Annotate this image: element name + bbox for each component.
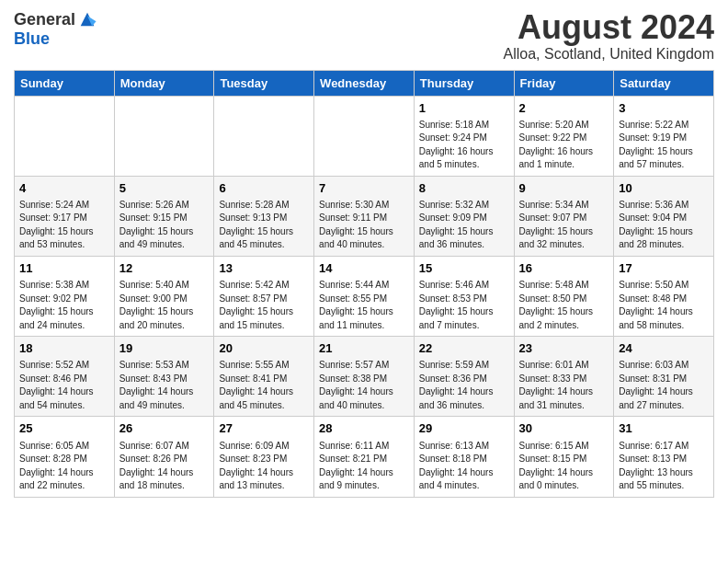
- day-info: Sunrise: 5:57 AM Sunset: 8:38 PM Dayligh…: [319, 359, 409, 412]
- day-info: Sunrise: 6:17 AM Sunset: 8:13 PM Dayligh…: [619, 440, 709, 493]
- day-info: Sunrise: 5:36 AM Sunset: 9:04 PM Dayligh…: [619, 199, 709, 252]
- day-info: Sunrise: 5:32 AM Sunset: 9:09 PM Dayligh…: [419, 199, 509, 252]
- day-info: Sunrise: 5:44 AM Sunset: 8:55 PM Dayligh…: [319, 279, 409, 332]
- day-info: Sunrise: 5:30 AM Sunset: 9:11 PM Dayligh…: [319, 199, 409, 252]
- day-number: 7: [319, 180, 409, 197]
- day-info: Sunrise: 5:46 AM Sunset: 8:53 PM Dayligh…: [419, 279, 509, 332]
- calendar-cell: 20Sunrise: 5:55 AM Sunset: 8:41 PM Dayli…: [214, 337, 314, 417]
- calendar-cell: 24Sunrise: 6:03 AM Sunset: 8:31 PM Dayli…: [614, 337, 714, 417]
- day-info: Sunrise: 6:03 AM Sunset: 8:31 PM Dayligh…: [619, 359, 709, 412]
- day-number: 3: [619, 100, 709, 117]
- day-info: Sunrise: 5:24 AM Sunset: 9:17 PM Dayligh…: [19, 199, 109, 252]
- logo-general-text: General: [14, 10, 75, 29]
- calendar-cell: 4Sunrise: 5:24 AM Sunset: 9:17 PM Daylig…: [15, 176, 115, 256]
- calendar-week-4: 18Sunrise: 5:52 AM Sunset: 8:46 PM Dayli…: [15, 337, 714, 417]
- calendar-cell: 16Sunrise: 5:48 AM Sunset: 8:50 PM Dayli…: [514, 256, 614, 336]
- day-number: 30: [519, 420, 609, 437]
- calendar-cell: 25Sunrise: 6:05 AM Sunset: 8:28 PM Dayli…: [15, 417, 115, 497]
- calendar-cell: 7Sunrise: 5:30 AM Sunset: 9:11 PM Daylig…: [314, 176, 415, 256]
- calendar-cell: 21Sunrise: 5:57 AM Sunset: 8:38 PM Dayli…: [314, 337, 415, 417]
- logo-blue-text: Blue: [14, 29, 50, 49]
- page-header: General Blue August 2024 Alloa, Scotland…: [14, 9, 714, 63]
- logo-icon: [77, 9, 97, 29]
- calendar-cell: 31Sunrise: 6:17 AM Sunset: 8:13 PM Dayli…: [614, 417, 714, 497]
- calendar-cell: 13Sunrise: 5:42 AM Sunset: 8:57 PM Dayli…: [214, 256, 314, 336]
- title-section: August 2024 Alloa, Scotland, United King…: [504, 9, 714, 63]
- day-info: Sunrise: 5:20 AM Sunset: 9:22 PM Dayligh…: [519, 119, 609, 172]
- calendar-cell: 22Sunrise: 5:59 AM Sunset: 8:36 PM Dayli…: [414, 337, 514, 417]
- day-info: Sunrise: 5:28 AM Sunset: 9:13 PM Dayligh…: [219, 199, 309, 252]
- day-info: Sunrise: 5:55 AM Sunset: 8:41 PM Dayligh…: [219, 359, 309, 412]
- calendar-cell: 18Sunrise: 5:52 AM Sunset: 8:46 PM Dayli…: [15, 337, 115, 417]
- calendar-cell: 2Sunrise: 5:20 AM Sunset: 9:22 PM Daylig…: [514, 96, 614, 176]
- day-info: Sunrise: 6:11 AM Sunset: 8:21 PM Dayligh…: [319, 440, 409, 493]
- day-info: Sunrise: 5:22 AM Sunset: 9:19 PM Dayligh…: [619, 119, 709, 172]
- calendar-cell: [214, 96, 314, 176]
- day-header-sunday: Sunday: [15, 70, 115, 96]
- day-number: 26: [119, 420, 210, 437]
- day-number: 23: [519, 340, 609, 357]
- day-number: 22: [419, 340, 509, 357]
- day-info: Sunrise: 5:18 AM Sunset: 9:24 PM Dayligh…: [419, 119, 509, 172]
- day-info: Sunrise: 5:40 AM Sunset: 9:00 PM Dayligh…: [119, 279, 210, 332]
- day-number: 29: [419, 420, 509, 437]
- location-text: Alloa, Scotland, United Kingdom: [504, 46, 714, 63]
- day-number: 6: [219, 180, 309, 197]
- calendar-cell: 17Sunrise: 5:50 AM Sunset: 8:48 PM Dayli…: [614, 256, 714, 336]
- day-number: 14: [319, 260, 409, 277]
- day-header-saturday: Saturday: [614, 70, 714, 96]
- calendar-cell: 28Sunrise: 6:11 AM Sunset: 8:21 PM Dayli…: [314, 417, 415, 497]
- calendar-table: SundayMondayTuesdayWednesdayThursdayFrid…: [14, 70, 714, 498]
- calendar-cell: 19Sunrise: 5:53 AM Sunset: 8:43 PM Dayli…: [114, 337, 214, 417]
- calendar-header-row: SundayMondayTuesdayWednesdayThursdayFrid…: [15, 70, 714, 96]
- day-number: 24: [619, 340, 709, 357]
- calendar-cell: 14Sunrise: 5:44 AM Sunset: 8:55 PM Dayli…: [314, 256, 415, 336]
- calendar-cell: 27Sunrise: 6:09 AM Sunset: 8:23 PM Dayli…: [214, 417, 314, 497]
- day-info: Sunrise: 6:15 AM Sunset: 8:15 PM Dayligh…: [519, 440, 609, 493]
- day-number: 17: [619, 260, 709, 277]
- day-info: Sunrise: 5:48 AM Sunset: 8:50 PM Dayligh…: [519, 279, 609, 332]
- day-number: 28: [319, 420, 409, 437]
- day-header-friday: Friday: [514, 70, 614, 96]
- calendar-cell: 6Sunrise: 5:28 AM Sunset: 9:13 PM Daylig…: [214, 176, 314, 256]
- day-info: Sunrise: 6:05 AM Sunset: 8:28 PM Dayligh…: [19, 440, 109, 493]
- calendar-cell: 9Sunrise: 5:34 AM Sunset: 9:07 PM Daylig…: [514, 176, 614, 256]
- day-number: 4: [19, 180, 109, 197]
- day-number: 10: [619, 180, 709, 197]
- day-info: Sunrise: 6:07 AM Sunset: 8:26 PM Dayligh…: [119, 440, 210, 493]
- day-number: 8: [419, 180, 509, 197]
- calendar-cell: 15Sunrise: 5:46 AM Sunset: 8:53 PM Dayli…: [414, 256, 514, 336]
- day-number: 15: [419, 260, 509, 277]
- day-number: 5: [119, 180, 210, 197]
- calendar-week-5: 25Sunrise: 6:05 AM Sunset: 8:28 PM Dayli…: [15, 417, 714, 497]
- day-info: Sunrise: 5:53 AM Sunset: 8:43 PM Dayligh…: [119, 359, 210, 412]
- day-info: Sunrise: 6:13 AM Sunset: 8:18 PM Dayligh…: [419, 440, 509, 493]
- day-header-wednesday: Wednesday: [314, 70, 415, 96]
- day-header-monday: Monday: [114, 70, 214, 96]
- calendar-cell: 3Sunrise: 5:22 AM Sunset: 9:19 PM Daylig…: [614, 96, 714, 176]
- day-number: 18: [19, 340, 109, 357]
- calendar-cell: 8Sunrise: 5:32 AM Sunset: 9:09 PM Daylig…: [414, 176, 514, 256]
- calendar-cell: 5Sunrise: 5:26 AM Sunset: 9:15 PM Daylig…: [114, 176, 214, 256]
- day-info: Sunrise: 5:59 AM Sunset: 8:36 PM Dayligh…: [419, 359, 509, 412]
- day-number: 9: [519, 180, 609, 197]
- calendar-cell: 29Sunrise: 6:13 AM Sunset: 8:18 PM Dayli…: [414, 417, 514, 497]
- calendar-week-2: 4Sunrise: 5:24 AM Sunset: 9:17 PM Daylig…: [15, 176, 714, 256]
- day-number: 31: [619, 420, 709, 437]
- day-header-tuesday: Tuesday: [214, 70, 314, 96]
- day-info: Sunrise: 5:38 AM Sunset: 9:02 PM Dayligh…: [19, 279, 109, 332]
- day-number: 21: [319, 340, 409, 357]
- calendar-cell: 26Sunrise: 6:07 AM Sunset: 8:26 PM Dayli…: [114, 417, 214, 497]
- calendar-cell: 12Sunrise: 5:40 AM Sunset: 9:00 PM Dayli…: [114, 256, 214, 336]
- day-info: Sunrise: 5:42 AM Sunset: 8:57 PM Dayligh…: [219, 279, 309, 332]
- day-number: 12: [119, 260, 210, 277]
- day-info: Sunrise: 5:50 AM Sunset: 8:48 PM Dayligh…: [619, 279, 709, 332]
- calendar-week-1: 1Sunrise: 5:18 AM Sunset: 9:24 PM Daylig…: [15, 96, 714, 176]
- calendar-cell: [114, 96, 214, 176]
- day-header-thursday: Thursday: [414, 70, 514, 96]
- month-title: August 2024: [504, 9, 714, 46]
- calendar-cell: [314, 96, 415, 176]
- logo: General Blue: [14, 9, 97, 49]
- calendar-cell: 30Sunrise: 6:15 AM Sunset: 8:15 PM Dayli…: [514, 417, 614, 497]
- day-number: 2: [519, 100, 609, 117]
